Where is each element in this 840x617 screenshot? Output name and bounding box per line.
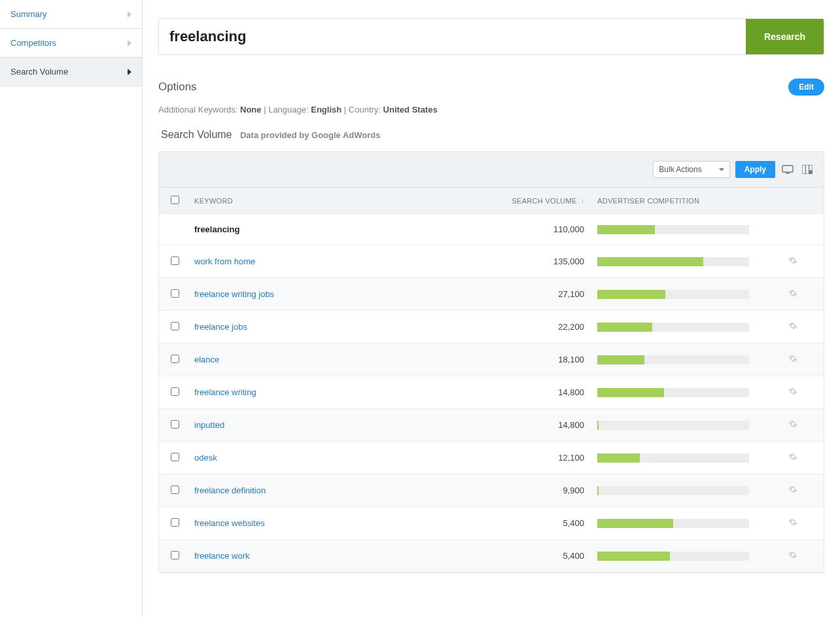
table-row: freelance jobs22,200 — [159, 311, 824, 344]
row-gear-icon[interactable] — [788, 486, 797, 496]
search-volume-value: 22,200 — [558, 322, 584, 332]
row-gear-icon[interactable] — [788, 388, 797, 398]
competition-bar — [597, 552, 749, 561]
row-checkbox[interactable] — [171, 289, 179, 298]
chevron-right-icon — [128, 69, 131, 75]
competition-bar — [597, 486, 749, 495]
search-volume-value: 5,400 — [563, 518, 584, 528]
competition-bar — [597, 519, 749, 528]
sidebar-item-label: Summary — [10, 9, 47, 19]
bulk-actions-select[interactable]: Bulk Actions — [653, 161, 729, 178]
search-volume-value: 14,800 — [558, 387, 584, 397]
columns-settings-icon[interactable] — [800, 163, 814, 176]
table-row: work from home135,000 — [159, 245, 824, 278]
filters-summary: Additional Keywords: None | Language: En… — [158, 105, 824, 115]
keyword-link[interactable]: freelance definition — [194, 485, 266, 495]
options-heading: Options — [158, 80, 197, 94]
svg-point-5 — [809, 170, 813, 174]
row-checkbox[interactable] — [171, 485, 179, 494]
table-row: freelance definition9,900 — [159, 474, 824, 507]
table-row: odesk12,100 — [159, 442, 824, 474]
row-checkbox[interactable] — [171, 518, 179, 527]
select-all-checkbox[interactable] — [171, 196, 179, 204]
competition-bar — [597, 421, 749, 430]
results-table: Bulk Actions Apply KEYWORD SEARCH VOLUME… — [158, 151, 824, 573]
keyword-link[interactable]: freelance jobs — [194, 322, 247, 332]
sidebar-item-competitors[interactable]: Competitors — [0, 29, 142, 58]
row-checkbox[interactable] — [171, 453, 179, 461]
row-checkbox[interactable] — [171, 387, 179, 396]
competition-bar — [597, 453, 749, 463]
search-volume-value: 14,800 — [558, 420, 584, 430]
column-keyword[interactable]: KEYWORD — [192, 197, 440, 205]
sidebar-item-label: Search Volume — [10, 67, 68, 77]
keyword-link[interactable]: inputted — [194, 420, 224, 430]
row-checkbox[interactable] — [171, 420, 179, 429]
table-row: freelance writing jobs27,100 — [159, 278, 824, 311]
table-row: freelance websites5,400 — [159, 507, 824, 540]
search-volume-value: 110,000 — [553, 224, 584, 234]
competition-bar — [597, 225, 749, 234]
row-checkbox[interactable] — [171, 256, 179, 265]
table-row: freelance work5,400 — [159, 540, 824, 573]
apply-button[interactable]: Apply — [735, 161, 775, 178]
svg-rect-0 — [782, 166, 793, 172]
keyword-link[interactable]: freelance writing — [194, 387, 256, 397]
competition-bar — [597, 355, 749, 364]
keyword-link: freelancing — [194, 224, 239, 234]
display-settings-icon[interactable] — [780, 163, 795, 176]
row-gear-icon[interactable] — [788, 257, 797, 267]
sidebar-item-label: Competitors — [10, 38, 56, 48]
search-volume-value: 18,100 — [558, 355, 584, 364]
sidebar: Summary Competitors Search Volume — [0, 0, 143, 617]
competition-bar — [597, 290, 749, 299]
table-row: freelancing110,000 — [159, 214, 824, 245]
keyword-link[interactable]: odesk — [194, 453, 217, 463]
keyword-link[interactable]: freelance work — [194, 551, 250, 561]
row-gear-icon[interactable] — [788, 355, 797, 365]
sort-desc-icon: ↓ — [581, 197, 584, 204]
row-gear-icon[interactable] — [788, 519, 797, 529]
row-checkbox[interactable] — [171, 322, 179, 330]
row-checkbox[interactable] — [171, 551, 179, 559]
row-gear-icon[interactable] — [788, 290, 797, 300]
edit-button[interactable]: Edit — [788, 79, 824, 96]
search-volume-value: 135,000 — [553, 256, 584, 266]
table-row: inputted14,800 — [159, 409, 824, 442]
search-volume-value: 12,100 — [558, 453, 584, 463]
section-title: Search Volume Data provided by Google Ad… — [158, 129, 824, 141]
search-volume-value: 27,100 — [558, 289, 584, 299]
chevron-right-icon — [128, 40, 131, 46]
table-row: elance18,100 — [159, 344, 824, 376]
sidebar-item-search-volume[interactable]: Search Volume — [0, 58, 142, 86]
keyword-link[interactable]: elance — [194, 355, 219, 364]
caret-down-icon — [719, 168, 724, 171]
research-button[interactable]: Research — [746, 19, 824, 54]
table-header: KEYWORD SEARCH VOLUME ↓ ADVERTISER COMPE… — [159, 188, 824, 214]
main-content: Research Options Edit Additional Keyword… — [143, 0, 840, 617]
row-gear-icon[interactable] — [788, 453, 797, 463]
keyword-link[interactable]: freelance websites — [194, 518, 265, 528]
keyword-link[interactable]: work from home — [194, 256, 255, 266]
row-gear-icon[interactable] — [788, 421, 797, 431]
search-volume-value: 5,400 — [563, 551, 584, 561]
row-gear-icon[interactable] — [788, 552, 797, 561]
keyword-link[interactable]: freelance writing jobs — [194, 289, 274, 299]
table-toolbar: Bulk Actions Apply — [159, 152, 824, 188]
competition-bar — [597, 388, 749, 397]
chevron-right-icon — [128, 11, 131, 18]
competition-bar — [597, 257, 749, 266]
row-checkbox[interactable] — [171, 355, 179, 363]
table-row: freelance writing14,800 — [159, 376, 824, 409]
search-volume-value: 9,900 — [563, 485, 584, 495]
search-bar: Research — [158, 18, 824, 55]
column-advertiser-competition[interactable]: ADVERTISER COMPETITION — [597, 197, 788, 205]
sidebar-item-summary[interactable]: Summary — [0, 0, 142, 29]
competition-bar — [597, 323, 749, 332]
keyword-search-input[interactable] — [159, 19, 746, 54]
svg-rect-1 — [786, 173, 790, 174]
row-gear-icon[interactable] — [788, 323, 797, 332]
column-search-volume[interactable]: SEARCH VOLUME ↓ — [440, 197, 597, 205]
